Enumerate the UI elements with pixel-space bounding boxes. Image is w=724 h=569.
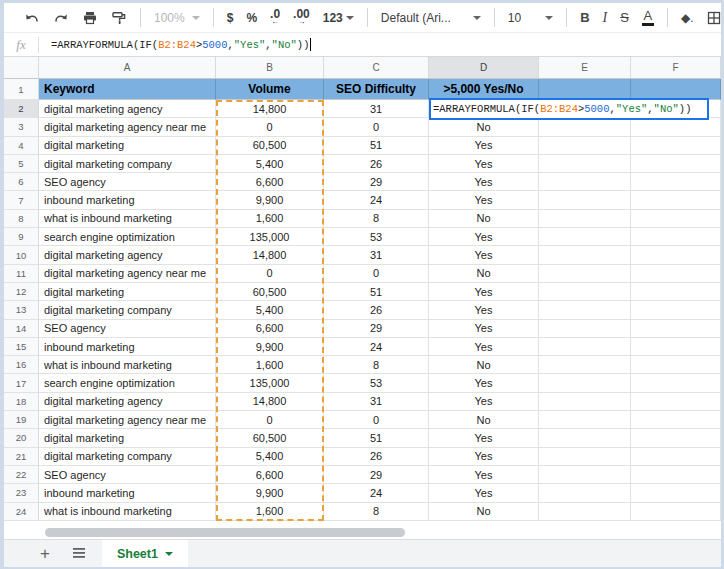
cell-A15[interactable]: inbound marketing — [39, 338, 216, 356]
cell-D23[interactable]: Yes — [429, 484, 539, 502]
cell-C6[interactable]: 29 — [324, 173, 429, 191]
cell-D7[interactable]: Yes — [429, 191, 539, 209]
cell-E22[interactable] — [539, 466, 631, 484]
cell-A6[interactable]: SEO agency — [39, 173, 216, 191]
row-header-22[interactable]: 22 — [4, 466, 39, 484]
cell-D9[interactable]: Yes — [429, 228, 539, 246]
redo-button[interactable] — [53, 10, 69, 26]
cell-C17[interactable]: 53 — [324, 374, 429, 392]
cell-B20[interactable]: 60,500 — [216, 429, 324, 447]
cell-F16[interactable] — [631, 356, 721, 374]
decrease-decimal-button[interactable]: .0 ← — [270, 10, 280, 25]
font-size-select[interactable]: 10 — [508, 11, 553, 25]
print-button[interactable] — [82, 10, 98, 26]
cell-E11[interactable] — [539, 265, 631, 283]
row-header-24[interactable]: 24 — [4, 503, 39, 521]
cell-F21[interactable] — [631, 448, 721, 466]
cell-E9[interactable] — [539, 228, 631, 246]
cell-E23[interactable] — [539, 484, 631, 502]
cell-A8[interactable]: what is inbound marketing — [39, 210, 216, 228]
cell-volume-header[interactable]: Volume — [216, 79, 324, 100]
cell-B16[interactable]: 1,600 — [216, 356, 324, 374]
cell-F12[interactable] — [631, 283, 721, 301]
cell-C16[interactable]: 8 — [324, 356, 429, 374]
increase-decimal-button[interactable]: .00 → — [293, 10, 310, 25]
cell-A16[interactable]: what is inbound marketing — [39, 356, 216, 374]
cell-E19[interactable] — [539, 411, 631, 429]
row-header-11[interactable]: 11 — [4, 265, 39, 283]
cell-B19[interactable]: 0 — [216, 411, 324, 429]
row-header-1[interactable]: 1 — [4, 79, 39, 100]
cell-C21[interactable]: 26 — [324, 448, 429, 466]
text-color-button[interactable]: A — [642, 10, 654, 26]
cell-F20[interactable] — [631, 429, 721, 447]
cell-E13[interactable] — [539, 301, 631, 319]
row-header-18[interactable]: 18 — [4, 393, 39, 411]
cell-A4[interactable]: digital marketing — [39, 137, 216, 155]
cell-A7[interactable]: inbound marketing — [39, 191, 216, 209]
cell-A13[interactable]: digital marketing company — [39, 301, 216, 319]
cell-F6[interactable] — [631, 173, 721, 191]
cell-B7[interactable]: 9,900 — [216, 191, 324, 209]
select-all-corner[interactable] — [4, 57, 39, 79]
cell-difficulty-header[interactable]: SEO Difficulty — [324, 79, 429, 100]
cell-F3[interactable] — [631, 118, 721, 136]
cell-B13[interactable]: 5,400 — [216, 301, 324, 319]
cell-D18[interactable]: Yes — [429, 393, 539, 411]
row-header-21[interactable]: 21 — [4, 448, 39, 466]
cell-B18[interactable]: 14,800 — [216, 393, 324, 411]
cell-D4[interactable]: Yes — [429, 137, 539, 155]
cell-A23[interactable]: inbound marketing — [39, 484, 216, 502]
row-header-2[interactable]: 2 — [4, 100, 39, 118]
paint-format-button[interactable] — [111, 10, 127, 26]
cell-D8[interactable]: No — [429, 210, 539, 228]
cell-A11[interactable]: digital marketing agency near me — [39, 265, 216, 283]
cell-keyword-header[interactable]: Keyword — [39, 79, 216, 100]
cell-E7[interactable] — [539, 191, 631, 209]
cell-C19[interactable]: 0 — [324, 411, 429, 429]
cell-D12[interactable]: Yes — [429, 283, 539, 301]
horizontal-scrollbar-thumb[interactable] — [45, 528, 405, 537]
format-percent-button[interactable]: % — [246, 11, 257, 25]
cell-A22[interactable]: SEO agency — [39, 466, 216, 484]
bold-button[interactable]: B — [580, 10, 589, 25]
cell-F23[interactable] — [631, 484, 721, 502]
row-header-7[interactable]: 7 — [4, 191, 39, 209]
column-header-C[interactable]: C — [324, 57, 429, 79]
italic-button[interactable]: I — [603, 10, 608, 26]
cell-e1[interactable] — [539, 79, 631, 100]
column-header-E[interactable]: E — [539, 57, 631, 79]
column-header-A[interactable]: A — [39, 57, 216, 79]
cell-B15[interactable]: 9,900 — [216, 338, 324, 356]
cell-A2[interactable]: digital marketing agency — [39, 100, 216, 118]
cell-F7[interactable] — [631, 191, 721, 209]
cell-E6[interactable] — [539, 173, 631, 191]
cell-C7[interactable]: 24 — [324, 191, 429, 209]
cell-E16[interactable] — [539, 356, 631, 374]
cell-A10[interactable]: digital marketing agency — [39, 246, 216, 264]
cell-D20[interactable]: Yes — [429, 429, 539, 447]
cell-E14[interactable] — [539, 320, 631, 338]
cell-E4[interactable] — [539, 137, 631, 155]
more-formats-button[interactable]: 123 — [323, 11, 354, 25]
cell-E21[interactable] — [539, 448, 631, 466]
sheet-tab[interactable]: Sheet1 — [102, 540, 188, 567]
row-header-15[interactable]: 15 — [4, 338, 39, 356]
cell-E12[interactable] — [539, 283, 631, 301]
cell-C18[interactable]: 31 — [324, 393, 429, 411]
cell-F8[interactable] — [631, 210, 721, 228]
cell-D22[interactable]: Yes — [429, 466, 539, 484]
cell-C9[interactable]: 53 — [324, 228, 429, 246]
undo-button[interactable] — [24, 10, 40, 26]
all-sheets-button[interactable] — [72, 545, 86, 563]
cell-F17[interactable] — [631, 374, 721, 392]
column-header-D[interactable]: D — [429, 57, 539, 79]
cell-E20[interactable] — [539, 429, 631, 447]
cell-C8[interactable]: 8 — [324, 210, 429, 228]
cell-B9[interactable]: 135,000 — [216, 228, 324, 246]
cell-A18[interactable]: digital marketing agency — [39, 393, 216, 411]
row-header-20[interactable]: 20 — [4, 429, 39, 447]
cell-C2[interactable]: 31 — [324, 100, 429, 118]
cell-D19[interactable]: No — [429, 411, 539, 429]
row-header-10[interactable]: 10 — [4, 246, 39, 264]
